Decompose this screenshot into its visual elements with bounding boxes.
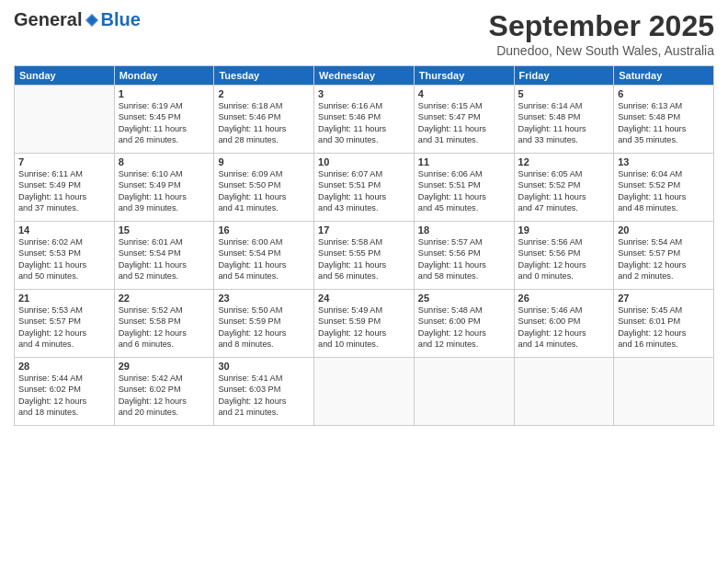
calendar-cell: 17Sunrise: 5:58 AM Sunset: 5:55 PM Dayli… bbox=[314, 222, 415, 290]
calendar-cell: 23Sunrise: 5:50 AM Sunset: 5:59 PM Dayli… bbox=[214, 290, 314, 358]
day-number: 15 bbox=[119, 224, 210, 236]
calendar-cell: 5Sunrise: 6:14 AM Sunset: 5:48 PM Daylig… bbox=[514, 86, 614, 154]
calendar-cell: 11Sunrise: 6:06 AM Sunset: 5:51 PM Dayli… bbox=[414, 154, 514, 222]
calendar-cell: 20Sunrise: 5:54 AM Sunset: 5:57 PM Dayli… bbox=[614, 222, 714, 290]
day-info: Sunrise: 6:01 AM Sunset: 5:54 PM Dayligh… bbox=[119, 236, 210, 282]
day-info: Sunrise: 6:07 AM Sunset: 5:51 PM Dayligh… bbox=[318, 168, 410, 214]
calendar-cell: 9Sunrise: 6:09 AM Sunset: 5:50 PM Daylig… bbox=[214, 154, 314, 222]
day-number: 11 bbox=[418, 156, 510, 167]
location-subtitle: Dunedoo, New South Wales, Australia bbox=[489, 43, 714, 58]
day-info: Sunrise: 5:52 AM Sunset: 5:58 PM Dayligh… bbox=[119, 304, 210, 350]
logo-general: General bbox=[14, 9, 82, 30]
calendar-cell: 8Sunrise: 6:10 AM Sunset: 5:49 PM Daylig… bbox=[114, 154, 214, 222]
day-info: Sunrise: 5:53 AM Sunset: 5:57 PM Dayligh… bbox=[18, 304, 110, 350]
weekday-tuesday: Tuesday bbox=[214, 66, 314, 86]
calendar-cell: 14Sunrise: 6:02 AM Sunset: 5:53 PM Dayli… bbox=[15, 222, 115, 290]
day-number: 19 bbox=[518, 224, 610, 236]
calendar-cell: 15Sunrise: 6:01 AM Sunset: 5:54 PM Dayli… bbox=[114, 222, 214, 290]
calendar-cell: 25Sunrise: 5:48 AM Sunset: 6:00 PM Dayli… bbox=[414, 290, 514, 358]
calendar-cell: 16Sunrise: 6:00 AM Sunset: 5:54 PM Dayli… bbox=[214, 222, 314, 290]
day-number: 9 bbox=[218, 156, 310, 167]
day-number: 23 bbox=[218, 293, 310, 304]
calendar-cell bbox=[614, 358, 714, 426]
day-number: 29 bbox=[119, 361, 210, 372]
day-info: Sunrise: 5:44 AM Sunset: 6:02 PM Dayligh… bbox=[18, 373, 110, 419]
day-number: 21 bbox=[18, 293, 110, 304]
header: General Blue September 2025 Dunedoo, New… bbox=[14, 9, 714, 58]
day-info: Sunrise: 5:58 AM Sunset: 5:55 PM Dayligh… bbox=[318, 236, 410, 282]
calendar-cell: 10Sunrise: 6:07 AM Sunset: 5:51 PM Dayli… bbox=[314, 154, 415, 222]
weekday-wednesday: Wednesday bbox=[314, 66, 415, 86]
calendar-cell: 2Sunrise: 6:18 AM Sunset: 5:46 PM Daylig… bbox=[214, 86, 314, 154]
calendar-cell: 27Sunrise: 5:45 AM Sunset: 6:01 PM Dayli… bbox=[614, 290, 714, 358]
day-info: Sunrise: 6:10 AM Sunset: 5:49 PM Dayligh… bbox=[119, 168, 210, 214]
day-number: 17 bbox=[318, 224, 410, 236]
week-row-5: 28Sunrise: 5:44 AM Sunset: 6:02 PM Dayli… bbox=[15, 358, 714, 426]
weekday-sunday: Sunday bbox=[15, 66, 115, 86]
calendar-cell bbox=[514, 358, 614, 426]
weekday-saturday: Saturday bbox=[614, 66, 714, 86]
logo-blue: Blue bbox=[100, 9, 140, 30]
calendar-cell bbox=[314, 358, 415, 426]
logo-text: General Blue bbox=[14, 9, 141, 30]
day-number: 16 bbox=[218, 224, 310, 236]
day-number: 13 bbox=[618, 156, 710, 167]
day-number: 18 bbox=[418, 224, 510, 236]
calendar-cell: 24Sunrise: 5:49 AM Sunset: 5:59 PM Dayli… bbox=[314, 290, 415, 358]
week-row-2: 7Sunrise: 6:11 AM Sunset: 5:49 PM Daylig… bbox=[15, 154, 714, 222]
day-info: Sunrise: 5:57 AM Sunset: 5:56 PM Dayligh… bbox=[418, 236, 510, 282]
day-info: Sunrise: 5:54 AM Sunset: 5:57 PM Dayligh… bbox=[618, 236, 710, 282]
week-row-4: 21Sunrise: 5:53 AM Sunset: 5:57 PM Dayli… bbox=[15, 290, 714, 358]
day-number: 4 bbox=[418, 88, 510, 99]
logo: General Blue bbox=[14, 9, 141, 30]
day-number: 25 bbox=[418, 293, 510, 304]
day-number: 7 bbox=[18, 156, 110, 167]
day-info: Sunrise: 6:16 AM Sunset: 5:46 PM Dayligh… bbox=[318, 100, 410, 146]
day-info: Sunrise: 6:11 AM Sunset: 5:49 PM Dayligh… bbox=[18, 168, 110, 214]
weekday-friday: Friday bbox=[514, 66, 614, 86]
day-info: Sunrise: 6:15 AM Sunset: 5:47 PM Dayligh… bbox=[418, 100, 510, 146]
calendar-cell: 21Sunrise: 5:53 AM Sunset: 5:57 PM Dayli… bbox=[15, 290, 115, 358]
calendar-cell: 28Sunrise: 5:44 AM Sunset: 6:02 PM Dayli… bbox=[15, 358, 115, 426]
calendar-cell: 19Sunrise: 5:56 AM Sunset: 5:56 PM Dayli… bbox=[514, 222, 614, 290]
day-number: 6 bbox=[618, 88, 710, 99]
day-info: Sunrise: 5:46 AM Sunset: 6:00 PM Dayligh… bbox=[518, 304, 610, 350]
day-number: 27 bbox=[618, 293, 710, 304]
day-info: Sunrise: 6:05 AM Sunset: 5:52 PM Dayligh… bbox=[518, 168, 610, 214]
day-number: 10 bbox=[318, 156, 410, 167]
day-info: Sunrise: 5:45 AM Sunset: 6:01 PM Dayligh… bbox=[618, 304, 710, 350]
calendar-cell: 26Sunrise: 5:46 AM Sunset: 6:00 PM Dayli… bbox=[514, 290, 614, 358]
calendar-cell: 4Sunrise: 6:15 AM Sunset: 5:47 PM Daylig… bbox=[414, 86, 514, 154]
day-number: 8 bbox=[119, 156, 210, 167]
calendar-cell: 12Sunrise: 6:05 AM Sunset: 5:52 PM Dayli… bbox=[514, 154, 614, 222]
day-number: 26 bbox=[518, 293, 610, 304]
day-info: Sunrise: 6:13 AM Sunset: 5:48 PM Dayligh… bbox=[618, 100, 710, 146]
day-info: Sunrise: 5:48 AM Sunset: 6:00 PM Dayligh… bbox=[418, 304, 510, 350]
day-number: 14 bbox=[18, 224, 110, 236]
calendar-cell bbox=[414, 358, 514, 426]
weekday-thursday: Thursday bbox=[414, 66, 514, 86]
month-title: September 2025 bbox=[489, 9, 714, 43]
day-number: 12 bbox=[518, 156, 610, 167]
day-info: Sunrise: 5:42 AM Sunset: 6:02 PM Dayligh… bbox=[119, 373, 210, 419]
day-info: Sunrise: 6:18 AM Sunset: 5:46 PM Dayligh… bbox=[218, 100, 310, 146]
calendar-cell: 3Sunrise: 6:16 AM Sunset: 5:46 PM Daylig… bbox=[314, 86, 415, 154]
title-block: September 2025 Dunedoo, New South Wales,… bbox=[489, 9, 714, 58]
calendar-cell: 18Sunrise: 5:57 AM Sunset: 5:56 PM Dayli… bbox=[414, 222, 514, 290]
calendar-cell: 7Sunrise: 6:11 AM Sunset: 5:49 PM Daylig… bbox=[15, 154, 115, 222]
calendar-cell: 30Sunrise: 5:41 AM Sunset: 6:03 PM Dayli… bbox=[214, 358, 314, 426]
day-info: Sunrise: 5:41 AM Sunset: 6:03 PM Dayligh… bbox=[218, 373, 310, 419]
calendar-cell bbox=[15, 86, 115, 154]
day-number: 2 bbox=[218, 88, 310, 99]
calendar: SundayMondayTuesdayWednesdayThursdayFrid… bbox=[14, 65, 714, 426]
day-info: Sunrise: 6:02 AM Sunset: 5:53 PM Dayligh… bbox=[18, 236, 110, 282]
day-number: 20 bbox=[618, 224, 710, 236]
day-info: Sunrise: 6:09 AM Sunset: 5:50 PM Dayligh… bbox=[218, 168, 310, 214]
weekday-monday: Monday bbox=[114, 66, 214, 86]
calendar-cell: 1Sunrise: 6:19 AM Sunset: 5:45 PM Daylig… bbox=[114, 86, 214, 154]
day-number: 24 bbox=[318, 293, 410, 304]
day-info: Sunrise: 6:06 AM Sunset: 5:51 PM Dayligh… bbox=[418, 168, 510, 214]
day-number: 22 bbox=[119, 293, 210, 304]
week-row-3: 14Sunrise: 6:02 AM Sunset: 5:53 PM Dayli… bbox=[15, 222, 714, 290]
calendar-cell: 13Sunrise: 6:04 AM Sunset: 5:52 PM Dayli… bbox=[614, 154, 714, 222]
